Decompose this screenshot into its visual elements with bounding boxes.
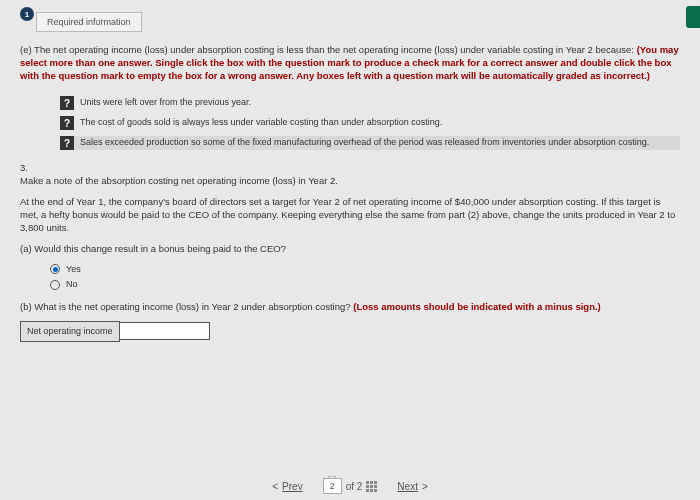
section-3: 3.Make a note of the absorption costing … — [20, 162, 680, 341]
radio-yes-label: Yes — [66, 263, 81, 275]
chevron-right-icon: > — [422, 481, 428, 492]
page-of: of 2 — [346, 481, 363, 492]
page-current: 2 — [330, 481, 335, 491]
prev-label: Prev — [282, 481, 303, 492]
checkbox-qmark[interactable]: ? — [60, 116, 74, 130]
option-text: Units were left over from the previous y… — [80, 96, 251, 109]
question-e-text: (e) The net operating income (loss) unde… — [20, 44, 680, 82]
options-group: ? Units were left over from the previous… — [60, 96, 680, 150]
checkbox-qmark[interactable]: ? — [60, 136, 74, 150]
section-3-num: 3. — [20, 162, 28, 173]
radio-dot-icon — [50, 264, 60, 274]
radio-group: Yes No — [50, 263, 680, 290]
page-indicator: ⌐¬ 2 of 2 — [323, 478, 378, 494]
option-row: ? The cost of goods sold is always less … — [60, 116, 680, 130]
option-text: Sales exceeded production so some of the… — [80, 136, 649, 149]
section-3-note: Make a note of the absorption costing ne… — [20, 175, 338, 186]
input-row: Net operating income — [20, 321, 680, 341]
next-button[interactable]: Next > — [397, 481, 427, 492]
link-icon: ⌐¬ — [328, 473, 336, 480]
option-row: ? Units were left over from the previous… — [60, 96, 680, 110]
option-text: The cost of goods sold is always less un… — [80, 116, 442, 129]
page-current-box[interactable]: ⌐¬ 2 — [323, 478, 342, 494]
section-3-scenario: At the end of Year 1, the company's boar… — [20, 196, 680, 234]
question-e-prefix: (e) The net operating income (loss) unde… — [20, 44, 637, 55]
grid-icon[interactable] — [366, 481, 377, 492]
radio-no[interactable]: No — [50, 278, 680, 290]
input-label: Net operating income — [20, 321, 120, 341]
question-b-prefix: (b) What is the net operating income (lo… — [20, 301, 353, 312]
side-panel-button[interactable] — [686, 6, 700, 28]
step-badge: 1 — [20, 7, 34, 21]
option-row: ? Sales exceeded production so some of t… — [60, 136, 680, 150]
required-info-tab[interactable]: Required information — [36, 12, 142, 32]
net-operating-income-input[interactable] — [120, 322, 210, 340]
radio-dot-icon — [50, 280, 60, 290]
chevron-left-icon: < — [272, 481, 278, 492]
prev-button[interactable]: < Prev — [272, 481, 302, 492]
radio-no-label: No — [66, 278, 78, 290]
nav-bar: < Prev ⌐¬ 2 of 2 Next > — [0, 478, 700, 494]
question-a: (a) Would this change result in a bonus … — [20, 243, 680, 256]
checkbox-qmark[interactable]: ? — [60, 96, 74, 110]
question-b: (b) What is the net operating income (lo… — [20, 301, 680, 314]
next-label: Next — [397, 481, 418, 492]
radio-yes[interactable]: Yes — [50, 263, 680, 275]
question-b-instr: (Loss amounts should be indicated with a… — [353, 301, 601, 312]
